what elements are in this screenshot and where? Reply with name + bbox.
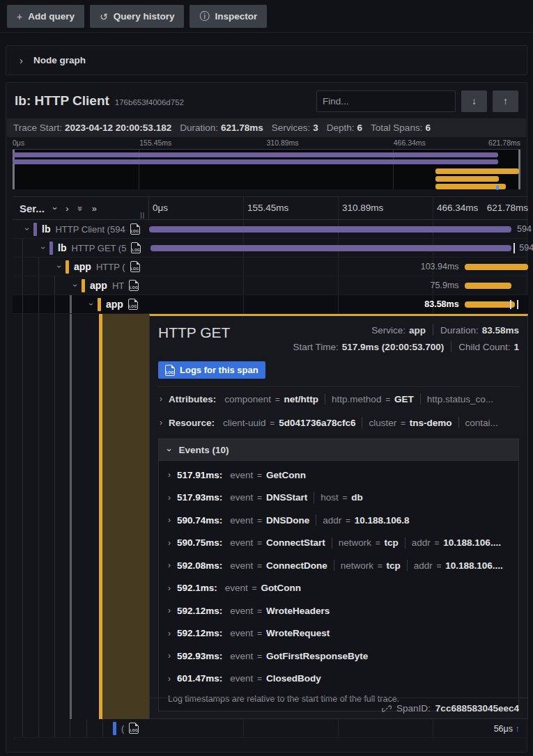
scroll-up-arrow-icon[interactable]: ↑ [516, 723, 520, 734]
find-input[interactable] [316, 90, 456, 112]
span-duration-bar[interactable] [150, 245, 511, 251]
event-time: 592.12ms: [177, 606, 222, 616]
span-duration-label: 103.94ms [421, 262, 459, 271]
span-lb-http-client [13, 152, 498, 157]
span-timeline-cell[interactable]: 103.94ms [149, 258, 528, 276]
span-duration-bar[interactable] [465, 264, 528, 270]
selection-handle[interactable] [510, 300, 511, 309]
detail-service: Service:app [371, 325, 426, 336]
chevron-down-icon: › [164, 448, 175, 452]
event-row[interactable]: ›517.93ms:event = DNSStarthost = db [159, 487, 518, 510]
resource-pair: contai... [465, 418, 498, 428]
chevron-right-icon: › [168, 651, 171, 661]
span-row-lb-http-client[interactable]: › lb HTTP Client (594 LOG 594 [13, 220, 528, 239]
span-lb-http-get [13, 159, 498, 164]
event-time: 517.91ms: [177, 470, 222, 480]
tick-label: 310.89ms [267, 139, 299, 147]
event-time: 517.93ms: [177, 492, 222, 503]
event-row[interactable]: ›601.47ms:event = ClosedBody [159, 668, 518, 691]
span-duration-bar[interactable] [465, 301, 516, 308]
event-row[interactable]: ›592.12ms:event = WroteRequest [159, 622, 518, 645]
event-row[interactable]: ›592.08ms:event = ConnectDonenetwork = t… [159, 554, 518, 577]
event-row[interactable]: ›592.93ms:event = GotFirstResponseByte [159, 645, 518, 668]
event-row[interactable]: ›592.1ms:event = GotConn [159, 577, 518, 600]
find-next-button[interactable]: ↓ [461, 90, 487, 112]
span-row-lb-http-get[interactable]: › lb HTTP GET (5 LOG 594 [13, 239, 528, 258]
span-row-db[interactable]: ( LOG 56μs ↑ [13, 719, 528, 738]
span-timeline-cell[interactable]: 594 [149, 239, 528, 257]
chevron-down-icon[interactable]: › [22, 228, 32, 230]
resource-row[interactable]: › Resource: client-uuid = 5d041736a78cfc… [158, 411, 519, 434]
event-time: 592.93ms: [177, 651, 222, 661]
chevron-right-icon: › [168, 560, 171, 570]
trace-total-spans: Total Spans:6 [371, 123, 431, 133]
span-service: lb [58, 242, 66, 253]
span-name-cell: › app HTTP ( LOG [13, 258, 149, 276]
chevron-down-icon[interactable]: › [54, 265, 64, 268]
divider [458, 417, 459, 428]
event-row[interactable]: ›517.91ms:event = GetConn [159, 464, 518, 487]
query-history-button[interactable]: ↺ Query history [90, 5, 185, 28]
expand-all-icon[interactable]: » [75, 205, 86, 210]
add-query-button[interactable]: + Add query [7, 5, 84, 28]
span-timeline-cell[interactable]: 75.9ms [149, 276, 528, 294]
attributes-row[interactable]: › Attributes: component = net/http http.… [158, 387, 519, 411]
span-row-app-3-selected[interactable]: › app LOG 83.58ms [13, 295, 528, 314]
events-header[interactable]: › Events (10) [159, 439, 518, 461]
span-timeline-cell[interactable]: 594 [149, 220, 528, 238]
chevron-right-icon: › [168, 515, 171, 525]
chevron-right-icon: › [168, 470, 171, 480]
collapse-one-icon[interactable]: › [65, 203, 68, 214]
span-duration-label: 594 [517, 224, 532, 234]
chevron-down-icon[interactable]: › [70, 284, 80, 287]
span-operation: HTTP ( [96, 262, 125, 272]
span-logs-icon[interactable]: LOG [129, 723, 139, 734]
event-row[interactable]: ›590.75ms:event = ConnectStartnetwork = … [159, 532, 518, 555]
logs-for-span-button[interactable]: LOG Logs for this span [158, 361, 265, 379]
span-logs-icon[interactable]: LOG [130, 223, 140, 235]
trace-duration: Duration:621.78ms [180, 123, 263, 133]
span-timeline-cell[interactable]: 56μs ↑ [149, 719, 528, 737]
collapse-all-icon[interactable]: » [92, 203, 97, 214]
divider [433, 324, 433, 336]
trace-depth: Depth:6 [327, 123, 362, 133]
service-header-label[interactable]: Ser... [20, 203, 45, 214]
span-duration-label: 83.58ms [424, 299, 458, 309]
span-color-bar [33, 223, 37, 236]
minimap-canvas[interactable] [13, 149, 520, 189]
span-service: app [106, 299, 123, 310]
column-resize-grip[interactable]: || [140, 212, 145, 219]
selection-handle[interactable] [517, 300, 518, 309]
event-time: 601.47ms: [177, 673, 222, 684]
span-logs-icon[interactable]: LOG [129, 280, 139, 291]
chevron-down-icon[interactable]: › [86, 303, 96, 306]
chevron-right-icon: › [20, 54, 23, 66]
trace-view-panel: lb: HTTP Client 176b653f4006d752 ↓ ↑ Tra… [6, 82, 527, 753]
span-duration-bar[interactable] [149, 226, 511, 233]
event-row[interactable]: ›592.12ms:event = WroteHeaders [159, 599, 518, 622]
chevron-right-icon: › [160, 394, 162, 404]
node-graph-panel-header[interactable]: › Node graph [6, 45, 527, 75]
span-logs-icon[interactable]: LOG [128, 299, 138, 310]
span-name-cell: › lb HTTP Client (594 LOG [13, 220, 149, 238]
tick-label: 0μs [13, 139, 24, 147]
span-duration-bar[interactable] [465, 283, 511, 289]
span-color-bar [65, 260, 69, 274]
span-logs-icon[interactable]: LOG [131, 242, 141, 253]
divider [451, 341, 451, 352]
span-detail-highlight [102, 314, 149, 719]
link-icon[interactable] [382, 704, 392, 714]
inspector-button[interactable]: ⓘ Inspector [190, 5, 267, 28]
span-logs-icon[interactable]: LOG [130, 261, 140, 272]
span-row-app-2[interactable]: › app HT LOG 75.9ms [13, 276, 528, 295]
tick-label: 310.89ms [339, 203, 383, 213]
trace-services: Services:3 [272, 123, 318, 133]
span-row-app-1[interactable]: › app HTTP ( LOG 103.94ms [13, 258, 528, 276]
chevron-down-icon[interactable]: › [50, 207, 61, 210]
divider [362, 417, 362, 428]
span-color-bar [113, 722, 116, 735]
find-prev-button[interactable]: ↑ [493, 90, 518, 112]
event-row[interactable]: ›590.74ms:event = DNSDoneaddr = 10.188.1… [159, 509, 518, 532]
chevron-down-icon[interactable]: › [38, 246, 48, 249]
span-timeline-cell[interactable]: 83.58ms [149, 295, 528, 313]
